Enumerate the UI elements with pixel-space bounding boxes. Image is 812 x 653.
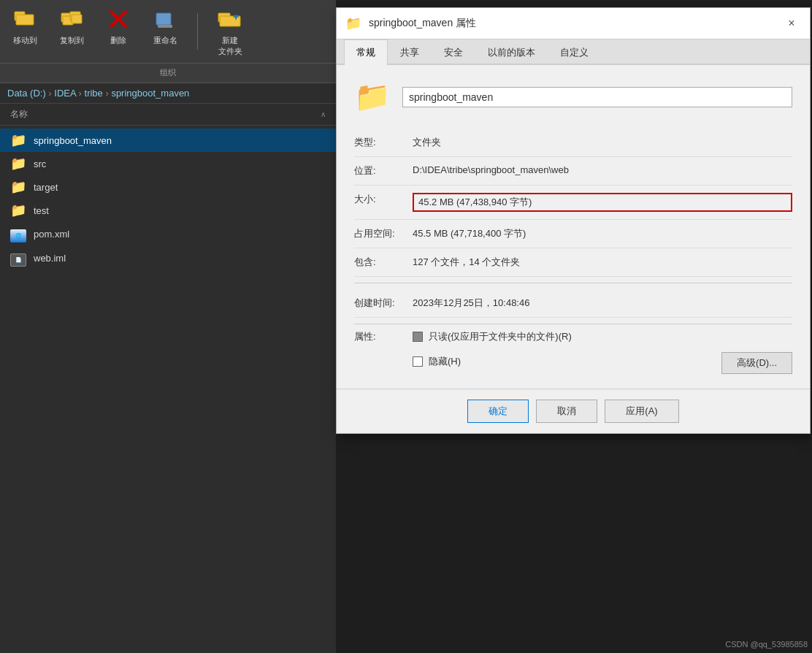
- hidden-label: 隐藏(H): [429, 355, 461, 368]
- dialog-content: 📁 类型: 文件夹 位置: D:\IDEA\tribe\springboot_m…: [337, 65, 810, 389]
- folder-icon: 📁: [10, 132, 26, 148]
- file-explorer: → 移动到 复制到 删除: [0, 0, 336, 653]
- list-item[interactable]: 📁 src: [0, 152, 336, 175]
- toolbar-group-label: 组织: [160, 66, 176, 77]
- rename-label: 重命名: [153, 35, 177, 46]
- svg-text:→: →: [34, 18, 37, 28]
- list-item[interactable]: 🌐 pom.xml: [0, 222, 336, 246]
- folder-big-icon: 📁: [354, 80, 391, 114]
- disk-size-label: 占用空间:: [354, 227, 413, 240]
- file-name: pom.xml: [34, 229, 69, 240]
- file-name: web.iml: [34, 253, 66, 264]
- cancel-button[interactable]: 取消: [536, 400, 597, 423]
- watermark: CSDN @qq_53985858: [725, 640, 808, 649]
- type-label: 类型:: [354, 136, 413, 149]
- size-label: 大小:: [354, 193, 413, 206]
- disk-size-value: 45.5 MB (47,718,400 字节): [413, 227, 792, 240]
- contains-value: 127 个文件，14 个文件夹: [413, 256, 792, 269]
- new-folder-label: 新建文件夹: [218, 35, 242, 57]
- copy-to-icon: [58, 6, 85, 32]
- rename-button[interactable]: 重命名: [148, 6, 183, 46]
- move-to-icon: →: [12, 6, 38, 32]
- file-list-name-col[interactable]: 名称: [10, 108, 28, 121]
- dialog-titlebar: 📁 springboot_maven 属性 ×: [337, 8, 810, 39]
- breadcrumb: Data (D:) › IDEA › tribe › springboot_ma…: [7, 88, 189, 99]
- svg-rect-10: [158, 25, 172, 28]
- hidden-checkbox[interactable]: [413, 356, 423, 367]
- dialog-title: 📁 springboot_maven 属性: [345, 15, 476, 31]
- rename-icon: [152, 6, 178, 32]
- svg-text:+: +: [233, 11, 239, 23]
- prop-divider-2: [354, 324, 792, 324]
- new-folder-button[interactable]: + 新建文件夹: [212, 6, 248, 57]
- dialog-close-button[interactable]: ×: [782, 14, 801, 33]
- dialog-tabs: 常规 共享 安全 以前的版本 自定义: [337, 39, 810, 65]
- breadcrumb-idea[interactable]: IDEA: [54, 88, 76, 99]
- prop-disk-size-row: 占用空间: 45.5 MB (47,718,400 字节): [354, 220, 792, 248]
- delete-icon: [105, 6, 131, 32]
- file-name: springboot_maven: [34, 135, 112, 146]
- contains-label: 包含:: [354, 256, 413, 269]
- file-list: 📁 springboot_maven 📁 src 📁 target 📁 test…: [0, 126, 336, 273]
- prop-location-row: 位置: D:\IDEA\tribe\springboot_maven\web: [354, 157, 792, 186]
- created-value: 2023年12月25日，10:48:46: [413, 297, 792, 310]
- sort-icon: ∧: [321, 110, 326, 118]
- prop-contains-row: 包含: 127 个文件，14 个文件夹: [354, 248, 792, 277]
- tab-previous-versions[interactable]: 以前的版本: [475, 39, 548, 65]
- folder-icon: 📁: [10, 156, 26, 172]
- address-bar: Data (D:) › IDEA › tribe › springboot_ma…: [0, 83, 336, 104]
- prop-type-row: 类型: 文件夹: [354, 129, 792, 157]
- svg-rect-9: [156, 13, 171, 25]
- breadcrumb-springboot-maven[interactable]: springboot_maven: [111, 88, 189, 99]
- breadcrumb-data-d[interactable]: Data (D:): [7, 88, 46, 99]
- hidden-check-item: 隐藏(H): [413, 355, 461, 368]
- list-item[interactable]: 📁 test: [0, 199, 336, 222]
- prop-created-row: 创建时间: 2023年12月25日，10:48:46: [354, 289, 792, 318]
- xml-icon: 🌐: [10, 226, 26, 243]
- file-name: src: [34, 159, 46, 169]
- tab-security[interactable]: 安全: [432, 39, 475, 65]
- location-value: D:\IDEA\tribe\springboot_maven\web: [413, 164, 792, 175]
- delete-label: 删除: [110, 35, 126, 46]
- file-list-header: 名称 ∧: [0, 104, 336, 126]
- readonly-check-item: 只读(仅应用于文件夹中的文件)(R): [413, 330, 792, 343]
- copy-to-button[interactable]: 复制到: [54, 6, 89, 46]
- location-label: 位置:: [354, 164, 413, 177]
- file-name: test: [34, 205, 49, 216]
- file-name: target: [34, 182, 58, 193]
- list-item[interactable]: 📁 springboot_maven: [0, 129, 336, 152]
- copy-to-label: 复制到: [60, 35, 84, 46]
- move-to-label: 移动到: [13, 35, 37, 46]
- attr-checkboxes: 只读(仅应用于文件夹中的文件)(R) 隐藏(H) 高级(D)...: [413, 330, 792, 374]
- list-item[interactable]: 📄 web.iml: [0, 246, 336, 270]
- move-to-button[interactable]: → 移动到: [7, 6, 42, 46]
- folder-icon: 📁: [10, 202, 26, 218]
- toolbar-divider: [197, 13, 198, 50]
- list-item[interactable]: 📁 target: [0, 175, 336, 199]
- ok-button[interactable]: 确定: [467, 400, 529, 423]
- folder-name-input[interactable]: [402, 87, 792, 107]
- folder-name-area: 📁: [354, 80, 792, 114]
- breadcrumb-tribe[interactable]: tribe: [85, 88, 103, 99]
- readonly-checkbox[interactable]: [413, 332, 423, 342]
- advanced-button[interactable]: 高级(D)...: [721, 352, 792, 374]
- iml-icon: 📄: [10, 250, 26, 267]
- properties-dialog: 📁 springboot_maven 属性 × 常规 共享 安全 以前的版本 自…: [336, 7, 811, 434]
- readonly-label: 只读(仅应用于文件夹中的文件)(R): [429, 330, 572, 343]
- tab-share[interactable]: 共享: [388, 39, 432, 65]
- type-value: 文件夹: [413, 136, 792, 149]
- attrs-label: 属性:: [354, 330, 413, 343]
- toolbar: → 移动到 复制到 删除: [0, 0, 336, 64]
- new-folder-icon: +: [217, 6, 243, 32]
- attr-row: 属性: 只读(仅应用于文件夹中的文件)(R) 隐藏(H) 高级(D)...: [354, 330, 792, 374]
- svg-rect-1: [16, 15, 34, 25]
- prop-divider: [354, 283, 792, 283]
- folder-icon: 📁: [10, 179, 26, 195]
- tab-customize[interactable]: 自定义: [548, 39, 601, 65]
- created-label: 创建时间:: [354, 297, 413, 310]
- dialog-footer: 确定 取消 应用(A): [337, 389, 810, 433]
- delete-button[interactable]: 删除: [101, 6, 136, 46]
- size-value: 45.2 MB (47,438,940 字节): [413, 193, 792, 212]
- apply-button[interactable]: 应用(A): [605, 400, 678, 423]
- tab-general[interactable]: 常规: [344, 39, 388, 65]
